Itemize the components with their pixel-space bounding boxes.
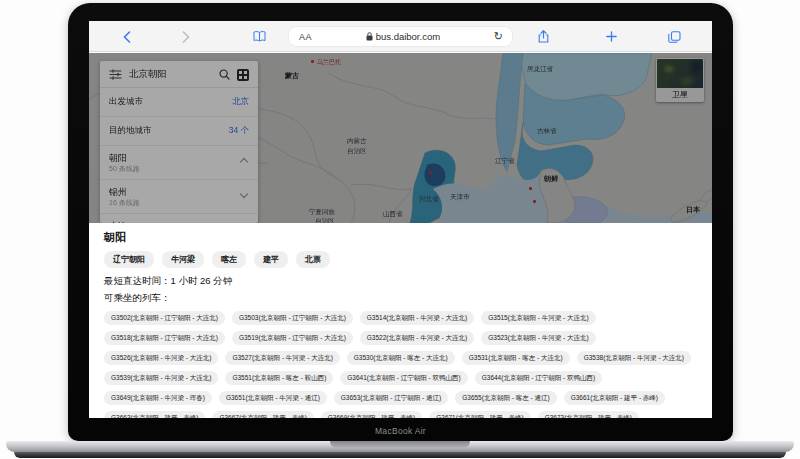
- search-icon[interactable]: [219, 69, 230, 80]
- chevron-left-icon: [123, 31, 131, 43]
- sidebar-button[interactable]: [250, 21, 268, 52]
- browser-toolbar: AA bus.daibor.com ↻: [89, 21, 712, 52]
- train-list: G3502(北京朝阳 - 辽宁朝阳 - 大连北) G3503(北京朝阳 - 辽宁…: [104, 311, 697, 418]
- train-pill[interactable]: G3669(北京朝阳 - 建平 - 赤峰): [321, 411, 422, 418]
- map-label-ulaanbaatar: 乌兰巴托: [317, 58, 341, 67]
- map-area[interactable]: 乌兰巴托 蒙古 内蒙古 自治区 宁夏回族 自治区 山西省 河北省 天津市 辽宁省…: [89, 53, 712, 223]
- reload-button[interactable]: ↻: [494, 30, 503, 43]
- train-pill[interactable]: G3526(北京朝阳 - 牛河梁 - 大连北): [104, 351, 218, 365]
- train-pill[interactable]: G3538(北京朝阳 - 牛河梁 - 大连北): [577, 351, 691, 365]
- train-pill[interactable]: G3551(北京朝阳 - 喀左 - 鞍山西): [225, 371, 333, 385]
- satellite-label: 卫星: [657, 88, 703, 101]
- panel-search-row[interactable]: 北京朝阳: [100, 61, 258, 88]
- train-pill[interactable]: G3502(北京朝阳 - 辽宁朝阳 - 大连北): [104, 311, 225, 325]
- map-label-liaoning: 辽宁省: [495, 157, 515, 166]
- map-label-neimenggu-2: 自治区: [347, 147, 367, 156]
- train-pill[interactable]: G3661(北京朝阳 - 建平 - 赤峰): [564, 391, 665, 405]
- share-button[interactable]: [535, 21, 551, 52]
- trains-label: 可乘坐的列车：: [104, 292, 697, 305]
- train-pill[interactable]: G3523(北京朝阳 - 牛河梁 - 大连北): [481, 331, 595, 345]
- station-tag[interactable]: 建平: [254, 251, 288, 268]
- train-pill[interactable]: G3644(北京朝阳 - 辽宁朝阳 - 双鸭山西): [475, 371, 602, 385]
- city-list-item[interactable]: 朝阳 50 条线路: [100, 146, 258, 180]
- train-pill[interactable]: G3655(北京朝阳 - 喀左 - 通辽): [455, 391, 556, 405]
- map-label-japan: 日本: [686, 205, 700, 215]
- macbook-mockup: MacBook Air AA: [0, 0, 800, 459]
- train-pill[interactable]: G3663(北京朝阳 - 建平 - 赤峰): [104, 411, 205, 418]
- map-label-mongolia: 蒙古: [285, 71, 299, 81]
- train-pill[interactable]: G3518(北京朝阳 - 辽宁朝阳 - 大连北): [104, 331, 225, 345]
- plus-icon: [606, 31, 617, 42]
- train-pill[interactable]: G3522(北京朝阳 - 牛河梁 - 大连北): [360, 331, 474, 345]
- train-pill[interactable]: G3514(北京朝阳 - 牛河梁 - 大连北): [360, 311, 474, 325]
- train-pill[interactable]: G3531(北京朝阳 - 喀左 - 大连北): [462, 351, 570, 365]
- train-pill[interactable]: G3641(北京朝阳 - 辽宁朝阳 - 双鸭山西): [340, 371, 467, 385]
- map-label-tianjin: 天津市: [450, 193, 470, 202]
- train-pill[interactable]: G3530(北京朝阳 - 喀左 - 大连北): [347, 351, 455, 365]
- station-tags: 辽宁朝阳 牛河梁 喀左 建平 北票: [104, 251, 697, 268]
- station-tag[interactable]: 辽宁朝阳: [104, 251, 154, 268]
- app-grid-icon[interactable]: [237, 69, 249, 81]
- destination-city-value: 34 个: [229, 125, 249, 137]
- departure-city-row[interactable]: 出发城市 北京: [100, 88, 258, 117]
- train-pill[interactable]: G3515(北京朝阳 - 牛河梁 - 大连北): [481, 311, 595, 325]
- train-pill[interactable]: G3503(北京朝阳 - 辽宁朝阳 - 大连北): [232, 311, 353, 325]
- train-pill[interactable]: G3671(北京朝阳 - 建平 - 赤峰): [429, 411, 530, 418]
- city-marker: [533, 200, 536, 203]
- train-pill[interactable]: G3653(北京朝阳 - 辽宁朝阳 - 通辽): [334, 391, 448, 405]
- city-marker: [529, 187, 532, 190]
- safari-window: AA bus.daibor.com ↻: [89, 21, 712, 418]
- tabs-icon: [668, 31, 681, 43]
- destination-city-label: 目的地城市: [109, 125, 152, 137]
- city-marker: [311, 60, 314, 63]
- station-tag[interactable]: 牛河梁: [162, 251, 204, 268]
- train-pill[interactable]: G3649(北京朝阳 - 牛河梁 - 珲春): [104, 391, 212, 405]
- city-route-count: 50 条线路: [109, 164, 249, 174]
- map-label-neimenggu-1: 内蒙古: [347, 137, 367, 146]
- map-label-shanxi: 山西省: [383, 210, 403, 219]
- train-pill[interactable]: G3527(北京朝阳 - 牛河梁 - 大连北): [225, 351, 339, 365]
- webpage: 乌兰巴托 蒙古 内蒙古 自治区 宁夏回族 自治区 山西省 河北省 天津市 辽宁省…: [89, 53, 712, 418]
- map-label-jilin: 吉林省: [537, 127, 557, 136]
- train-pill[interactable]: G3673(北京朝阳 - 建平 - 赤峰): [538, 411, 639, 418]
- train-pill[interactable]: G3667(北京朝阳 - 建平 - 赤峰): [212, 411, 313, 418]
- map-label-hebei: 河北省: [419, 195, 439, 204]
- address-bar[interactable]: AA bus.daibor.com ↻: [289, 27, 512, 46]
- city-list-item[interactable]: 锦州 16 条线路: [100, 180, 258, 214]
- lock-icon: [366, 32, 373, 41]
- map-label-korea: 朝鲜: [544, 174, 558, 184]
- city-list-item[interactable]: 大连 18 条线路: [100, 214, 258, 223]
- station-tag[interactable]: 喀左: [212, 251, 246, 268]
- departure-city-value: 北京: [232, 96, 249, 108]
- train-pill[interactable]: G3651(北京朝阳 - 牛河梁 - 通辽): [219, 391, 327, 405]
- city-route-count: 16 条线路: [109, 198, 249, 208]
- forward-button[interactable]: [178, 21, 194, 52]
- url-text: bus.daibor.com: [376, 31, 440, 42]
- departure-city-label: 出发城市: [109, 96, 143, 108]
- train-pill[interactable]: G3519(北京朝阳 - 辽宁朝阳 - 大连北): [232, 331, 353, 345]
- book-icon: [253, 31, 266, 42]
- destination-city-row[interactable]: 目的地城市 34 个: [100, 117, 258, 146]
- city-name: 锦州: [109, 186, 249, 198]
- city-name: 朝阳: [109, 152, 249, 164]
- search-input[interactable]: 北京朝阳: [129, 68, 212, 81]
- satellite-thumbnail: [657, 59, 703, 88]
- share-icon: [538, 30, 549, 43]
- train-pill[interactable]: G3539(北京朝阳 - 牛河梁 - 大连北): [104, 371, 218, 385]
- text-size-button[interactable]: AA: [299, 32, 312, 42]
- satellite-toggle[interactable]: 卫星: [656, 58, 704, 102]
- city-marker: [429, 171, 432, 174]
- map-label-heilongjiang: 黑龙江省: [527, 65, 553, 74]
- laptop-base-edge: [14, 452, 786, 458]
- map-label-ningxia-1: 宁夏回族: [309, 208, 335, 217]
- route-panel: 北京朝阳 出发城市 北京 目的地城市 34 个: [100, 61, 258, 223]
- station-tag[interactable]: 北票: [296, 251, 330, 268]
- tab-overview-button[interactable]: [665, 21, 683, 52]
- results-section: 朝阳 辽宁朝阳 牛河梁 喀左 建平 北票 最短直达时间：1 小时 26 分钟 可: [89, 223, 712, 418]
- new-tab-button[interactable]: [603, 21, 619, 52]
- chevron-right-icon: [182, 31, 190, 43]
- city-list: 朝阳 50 条线路 锦州 16 条线路: [100, 146, 258, 223]
- back-button[interactable]: [119, 21, 135, 52]
- laptop-base-notch: [330, 441, 470, 448]
- device-label: MacBook Air: [68, 426, 733, 436]
